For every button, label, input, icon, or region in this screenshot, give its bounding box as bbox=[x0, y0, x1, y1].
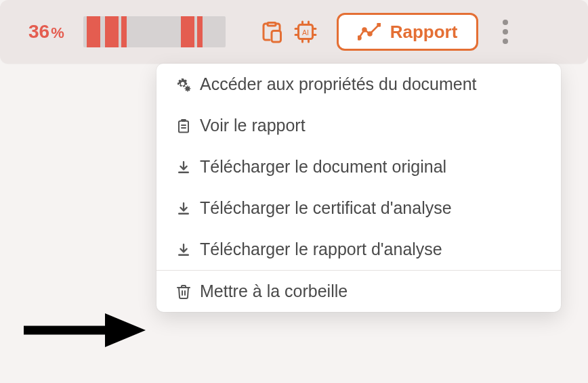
similarity-percent: 36% bbox=[28, 21, 64, 43]
menu-item-label: Voir le rapport bbox=[200, 116, 306, 135]
pointer-arrow-icon bbox=[20, 310, 149, 353]
svg-point-7 bbox=[377, 23, 381, 26]
menu-item-label: Télécharger le rapport d'analyse bbox=[200, 240, 442, 259]
clipboard-icon bbox=[175, 118, 200, 134]
rapport-button[interactable]: Rapport bbox=[337, 13, 479, 51]
similarity-bar-segment bbox=[181, 16, 194, 47]
svg-rect-0 bbox=[268, 23, 276, 26]
menu-item-label: Télécharger le document original bbox=[200, 157, 446, 177]
download-icon bbox=[175, 200, 200, 217]
svg-rect-12 bbox=[178, 171, 189, 173]
context-menu: Accéder aux propriétés du documentVoir l… bbox=[156, 64, 561, 312]
download-icon bbox=[175, 242, 200, 258]
rapport-button-label: Rapport bbox=[390, 22, 458, 43]
similarity-bar bbox=[83, 16, 226, 47]
svg-rect-13 bbox=[178, 212, 189, 215]
download-icon bbox=[175, 159, 200, 175]
svg-rect-10 bbox=[181, 125, 186, 126]
more-options-button[interactable] bbox=[497, 14, 513, 49]
toolbar: 36% AI Rapport bbox=[0, 0, 588, 64]
svg-rect-1 bbox=[272, 31, 281, 43]
svg-point-6 bbox=[368, 32, 371, 36]
menu-item-trash[interactable]: Mettre à la corbeille bbox=[156, 271, 561, 312]
svg-rect-9 bbox=[181, 119, 186, 122]
similarity-bar-segment bbox=[121, 16, 127, 47]
similarity-bar-segment bbox=[197, 16, 203, 47]
svg-point-5 bbox=[362, 28, 366, 32]
kebab-dot-icon bbox=[503, 29, 508, 35]
kebab-dot-icon bbox=[503, 39, 508, 44]
similarity-bar-segment bbox=[105, 16, 119, 47]
svg-rect-11 bbox=[181, 127, 186, 129]
menu-item-label: Accéder aux propriétés du document bbox=[200, 74, 477, 94]
percent-symbol: % bbox=[51, 24, 64, 42]
svg-point-4 bbox=[358, 37, 361, 40]
trash-icon bbox=[175, 284, 200, 300]
menu-item-0[interactable]: Accéder aux propriétés du document bbox=[156, 64, 561, 105]
ai-chip-icon[interactable]: AI bbox=[293, 20, 318, 44]
menu-item-label: Mettre à la corbeille bbox=[200, 281, 348, 301]
clipboard-paste-icon[interactable] bbox=[259, 20, 284, 44]
svg-marker-16 bbox=[105, 313, 146, 347]
menu-item-3[interactable]: Télécharger le certificat d'analyse bbox=[156, 187, 561, 229]
svg-rect-14 bbox=[178, 254, 189, 256]
percent-value: 36 bbox=[28, 21, 49, 43]
kebab-dot-icon bbox=[503, 20, 508, 25]
menu-item-label: Télécharger le certificat d'analyse bbox=[200, 198, 452, 218]
menu-item-1[interactable]: Voir le rapport bbox=[156, 105, 561, 146]
gears-icon bbox=[175, 76, 200, 93]
menu-item-2[interactable]: Télécharger le document original bbox=[156, 146, 561, 187]
menu-item-4[interactable]: Télécharger le rapport d'analyse bbox=[156, 229, 561, 270]
svg-text:AI: AI bbox=[302, 28, 309, 37]
similarity-bar-segment bbox=[87, 16, 100, 47]
